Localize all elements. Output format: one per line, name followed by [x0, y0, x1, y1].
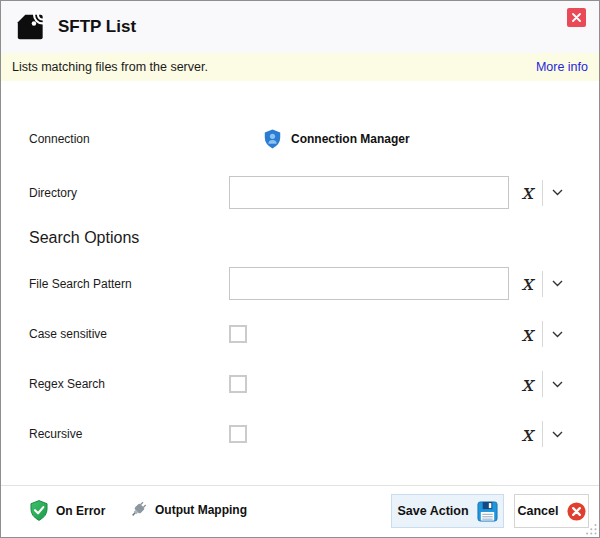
expression-x-icon[interactable]: x — [517, 182, 537, 203]
recursive-checkbox[interactable] — [229, 425, 247, 443]
file-search-pattern-row: File Search Pattern x — [29, 267, 571, 300]
titlebar: SFTP List — [1, 1, 599, 53]
expression-x-icon[interactable]: x — [517, 324, 537, 345]
recursive-expression-controls: x — [517, 421, 567, 447]
separator — [542, 421, 543, 447]
expression-x-icon[interactable]: x — [517, 424, 537, 445]
separator — [542, 271, 543, 297]
red-circle-x-icon — [567, 502, 586, 521]
regex-search-row: Regex Search x — [29, 372, 571, 396]
directory-dropdown-button[interactable] — [548, 186, 567, 199]
output-mapping-label: Output Mapping — [155, 503, 247, 517]
directory-expression-controls: x — [517, 180, 567, 206]
expression-x-icon[interactable]: x — [517, 374, 537, 395]
cancel-button[interactable]: Cancel — [514, 494, 589, 528]
close-button[interactable] — [567, 8, 586, 27]
file-search-pattern-label: File Search Pattern — [29, 277, 132, 291]
save-action-button[interactable]: Save Action — [391, 494, 504, 528]
directory-label: Directory — [29, 186, 77, 200]
chevron-down-icon — [552, 189, 563, 196]
shield-user-icon — [263, 128, 282, 150]
pattern-expression-controls: x — [517, 271, 567, 297]
chevron-down-icon — [552, 331, 563, 338]
footer: On Error Output Mapping Save Action — [1, 485, 599, 537]
case-sensitive-expression-controls: x — [517, 321, 567, 347]
regex-search-checkbox[interactable] — [229, 375, 247, 393]
connection-row: Connection Connection Manager — [29, 127, 571, 151]
file-search-pattern-input[interactable] — [229, 267, 509, 300]
close-icon — [572, 13, 581, 22]
case-sensitive-checkbox[interactable] — [229, 325, 247, 343]
shield-check-icon — [29, 500, 49, 521]
info-bar: Lists matching files from the server. Mo… — [1, 53, 599, 81]
recursive-dropdown-button[interactable] — [548, 428, 567, 441]
case-sensitive-dropdown-button[interactable] — [548, 328, 567, 341]
pattern-dropdown-button[interactable] — [548, 277, 567, 290]
separator — [542, 321, 543, 347]
separator — [542, 180, 543, 206]
regex-search-dropdown-button[interactable] — [548, 378, 567, 391]
expression-x-icon[interactable]: x — [517, 273, 537, 294]
cancel-label: Cancel — [518, 504, 559, 518]
regex-search-expression-controls: x — [517, 371, 567, 397]
chevron-down-icon — [552, 381, 563, 388]
output-mapping-button[interactable]: Output Mapping — [129, 500, 247, 519]
connection-label: Connection — [29, 132, 90, 146]
case-sensitive-row: Case sensitive x — [29, 322, 571, 346]
on-error-button[interactable]: On Error — [29, 500, 105, 521]
connection-manager-label: Connection Manager — [291, 132, 410, 146]
recursive-row: Recursive x — [29, 422, 571, 446]
plug-icon — [129, 500, 148, 519]
form-area: Connection Connection Manager Directory … — [1, 81, 599, 485]
directory-input[interactable] — [229, 176, 509, 209]
recursive-label: Recursive — [29, 427, 82, 441]
description-text: Lists matching files from the server. — [12, 60, 208, 74]
case-sensitive-label: Case sensitive — [29, 327, 107, 341]
sftp-icon — [15, 11, 45, 43]
regex-search-label: Regex Search — [29, 377, 105, 391]
more-info-link[interactable]: More info — [536, 60, 588, 74]
chevron-down-icon — [552, 280, 563, 287]
dialog-title: SFTP List — [58, 17, 136, 37]
sftp-list-dialog: SFTP List Lists matching files from the … — [0, 0, 600, 538]
floppy-disk-icon — [477, 501, 498, 522]
on-error-label: On Error — [56, 504, 105, 518]
resize-grip[interactable] — [585, 523, 597, 535]
directory-row: Directory x — [29, 176, 571, 209]
search-options-heading: Search Options — [29, 229, 139, 247]
save-action-label: Save Action — [397, 504, 468, 518]
connection-manager-link[interactable]: Connection Manager — [263, 128, 410, 150]
chevron-down-icon — [552, 431, 563, 438]
separator — [542, 371, 543, 397]
